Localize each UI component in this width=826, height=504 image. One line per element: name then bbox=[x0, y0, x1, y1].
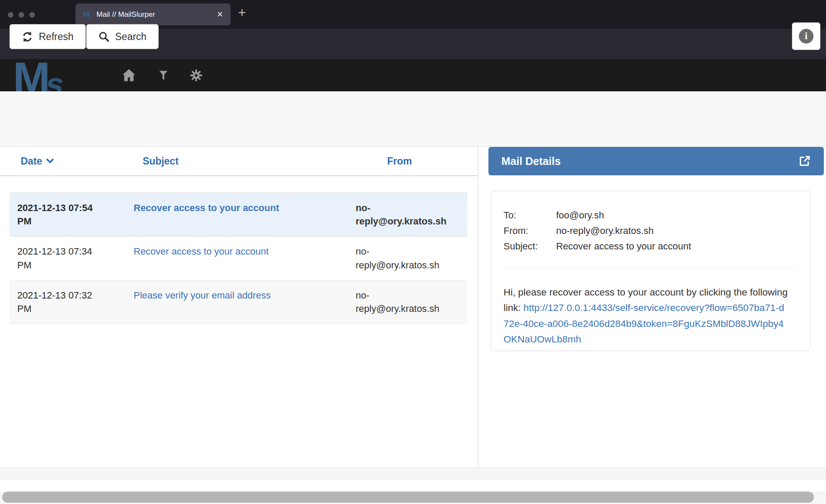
mail-list: 2021-12-13 07:54 PM Recover access to yo… bbox=[9, 193, 467, 324]
window-dot[interactable] bbox=[29, 12, 35, 18]
window-dot[interactable] bbox=[8, 12, 13, 18]
search-label: Search bbox=[115, 31, 147, 43]
mail-date: 2021-12-13 07:54 PM bbox=[17, 201, 97, 228]
mailslurper-logo: M s bbox=[13, 59, 64, 91]
search-button[interactable]: Search bbox=[86, 24, 159, 49]
filter-icon[interactable] bbox=[157, 59, 169, 91]
mail-from: no-reply@ory.kratos.sh bbox=[356, 201, 448, 228]
info-button[interactable]: i bbox=[792, 22, 820, 50]
mail-from: no-reply@ory.kratos.sh bbox=[356, 245, 448, 271]
search-icon bbox=[98, 31, 110, 42]
mail-details-card: To: foo@ory.sh From: no-reply@ory.kratos… bbox=[491, 191, 810, 351]
sort-chevron-down-icon bbox=[46, 159, 54, 164]
tab-title: Mail // MailSlurper bbox=[97, 10, 155, 19]
column-header-date[interactable]: Date bbox=[21, 156, 100, 167]
open-external-icon[interactable] bbox=[798, 155, 811, 168]
tab-close-icon[interactable]: × bbox=[217, 9, 223, 20]
mail-date: 2021-12-13 07:32 PM bbox=[17, 289, 97, 315]
from-label: From: bbox=[504, 223, 556, 239]
refresh-label: Refresh bbox=[39, 31, 74, 43]
gear-icon[interactable] bbox=[190, 59, 203, 91]
from-value: no-reply@ory.kratos.sh bbox=[556, 223, 654, 239]
mail-body: Hi, please recover access to your accoun… bbox=[504, 285, 789, 348]
refresh-icon bbox=[22, 31, 33, 43]
to-value: foo@ory.sh bbox=[556, 208, 604, 223]
column-header-from[interactable]: From bbox=[365, 156, 457, 167]
window-dot[interactable] bbox=[19, 12, 24, 18]
mail-from: no-reply@ory.kratos.sh bbox=[356, 289, 448, 315]
window-control-dots[interactable] bbox=[8, 12, 35, 18]
mail-subject-link[interactable]: Please verify your email address bbox=[134, 290, 271, 301]
mail-row[interactable]: 2021-12-13 07:32 PM Please verify your e… bbox=[9, 280, 467, 324]
subject-value: Recover access to your account bbox=[556, 239, 691, 254]
mail-details-header: Mail Details bbox=[488, 147, 824, 175]
home-icon[interactable] bbox=[122, 59, 136, 91]
new-tab-button[interactable]: + bbox=[238, 5, 246, 21]
recovery-link[interactable]: http://127.0.0.1:4433/self-service/recov… bbox=[504, 302, 784, 345]
column-header-subject[interactable]: Subject bbox=[143, 156, 328, 167]
info-icon: i bbox=[799, 29, 813, 44]
mail-list-header: Date Subject From bbox=[0, 147, 479, 176]
mail-details-title: Mail Details bbox=[501, 155, 561, 168]
browser-window: M s Mail // MailSlurper × + ← → ↻ 127.0.… bbox=[0, 0, 826, 504]
browser-tab[interactable]: M s Mail // MailSlurper × bbox=[75, 3, 231, 25]
to-label: To: bbox=[504, 208, 556, 223]
panel-divider bbox=[478, 147, 479, 479]
app-toolbar bbox=[0, 91, 826, 147]
mail-row-selected[interactable]: 2021-12-13 07:54 PM Recover access to yo… bbox=[9, 193, 467, 236]
mail-date: 2021-12-13 07:34 PM bbox=[17, 245, 97, 271]
mail-subject-link[interactable]: Recover access to your account bbox=[134, 246, 269, 257]
mail-subject-link[interactable]: Recover access to your account bbox=[134, 202, 279, 213]
mailslurper-header: M s bbox=[0, 59, 826, 91]
subject-label: Subject: bbox=[504, 239, 556, 254]
horizontal-scrollbar-track[interactable] bbox=[0, 479, 826, 492]
details-separator bbox=[504, 267, 798, 268]
mailslurper-favicon-icon: M s bbox=[83, 11, 91, 18]
horizontal-scrollbar-thumb[interactable] bbox=[2, 492, 814, 503]
mail-row[interactable]: 2021-12-13 07:34 PM Recover access to yo… bbox=[9, 236, 467, 280]
refresh-button[interactable]: Refresh bbox=[9, 24, 86, 49]
